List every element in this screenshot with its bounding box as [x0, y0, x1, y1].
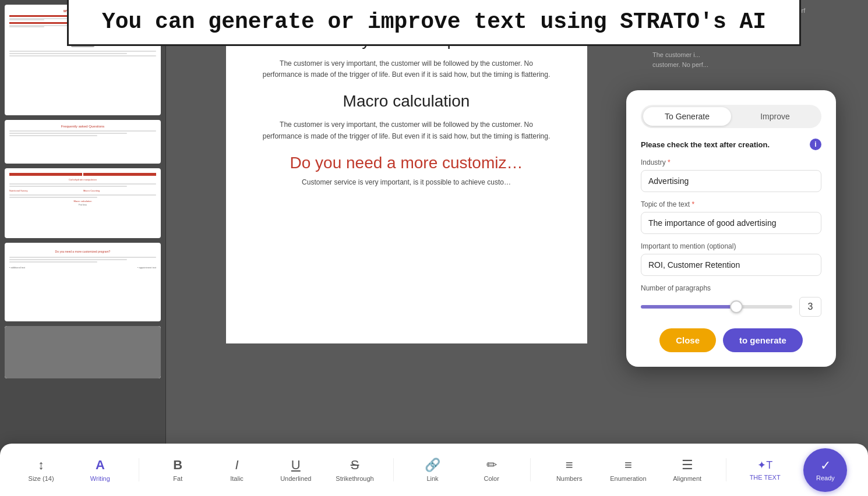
toolbar-the-text[interactable]: ✦T THE TEXT	[744, 459, 785, 481]
topic-input[interactable]	[641, 212, 821, 234]
toolbar-strikethrough[interactable]: S Strikethrough	[334, 458, 375, 482]
page-thumbnail-2[interactable]: Frequently asked Questions	[5, 120, 161, 164]
page-thumbnail-3[interactable]: Carbohydrate manipulation Nutritional Su…	[5, 168, 161, 238]
color-icon: ✏	[486, 458, 497, 473]
fat-label: Fat	[173, 475, 182, 482]
divider-1	[139, 458, 139, 481]
industry-input[interactable]	[641, 170, 821, 192]
topic-label: Topic of the text *	[641, 200, 821, 208]
ready-label: Ready	[816, 474, 835, 481]
tab-generate[interactable]: To Generate	[643, 107, 731, 126]
strikethrough-label: Strikethrough	[336, 475, 373, 482]
page-thumbnail-5[interactable]	[5, 326, 161, 378]
close-button[interactable]: Close	[659, 328, 716, 352]
toolbar-writing[interactable]: A Writing	[80, 458, 121, 482]
ai-panel-tabs: To Generate Improve	[641, 105, 821, 128]
link-label: Link	[426, 475, 438, 482]
color-label: Color	[484, 475, 499, 482]
document-page: condimentum felis vitae efficitur. Sed v…	[226, 0, 587, 343]
tab-improve[interactable]: Improve	[731, 107, 819, 126]
page-thumbnail-4[interactable]: Do you need a more customized program? •…	[5, 243, 161, 321]
underlined-label: Underlined	[280, 475, 311, 482]
mention-input[interactable]	[641, 254, 821, 276]
main-document: condimentum felis vitae efficitur. Sed v…	[166, 0, 647, 496]
writing-icon: A	[96, 458, 105, 473]
mention-label: Important to mention (optional)	[641, 242, 821, 250]
toolbar-underlined[interactable]: U Underlined	[276, 458, 316, 482]
link-icon: 🔗	[425, 458, 440, 473]
strikethrough-icon: S	[351, 458, 359, 473]
ai-panel-buttons: Close to generate	[641, 328, 821, 352]
right-panel-text-2: The customer i... customer. No perf...	[652, 50, 862, 69]
section-title-2: Macro calculation	[261, 92, 552, 111]
size-icon: ↕	[38, 458, 44, 473]
toolbar-color[interactable]: ✏ Color	[471, 458, 512, 482]
slider-thumb[interactable]	[730, 300, 743, 313]
info-icon: i	[810, 139, 821, 150]
slider-value: 3	[799, 297, 821, 317]
red-title: Do you need a more customiz…	[261, 154, 552, 172]
bold-icon: B	[173, 458, 182, 473]
ai-notice: Please check the text after creation. i	[641, 139, 821, 150]
slider-row: 3	[641, 297, 821, 317]
banner-text: You can generate or improve text using S…	[86, 9, 782, 36]
generate-button[interactable]: to generate	[723, 328, 803, 352]
section-paragraph-1: The customer is very important, the cust…	[261, 58, 552, 80]
toolbar-size[interactable]: ↕ Size (14)	[21, 458, 62, 482]
toolbar-numbers[interactable]: ≡ Numbers	[549, 458, 590, 482]
top-banner: You can generate or improve text using S…	[67, 0, 801, 46]
ai-panel: To Generate Improve Please check the tex…	[626, 90, 836, 367]
small-text: Customer service is very important, is i…	[261, 178, 552, 186]
toolbar: ↕ Size (14) A Writing B Fat I Italic U U…	[0, 444, 868, 496]
toolbar-italic[interactable]: I Italic	[217, 458, 257, 482]
toolbar-enumeration[interactable]: ≡ Enumeration	[608, 458, 648, 482]
ready-icon: ✓	[820, 458, 831, 473]
sidebar: MY NAME IS LAEGERE	[0, 0, 166, 496]
ready-button[interactable]: ✓ Ready	[803, 448, 847, 492]
ai-notice-text: Please check the text after creation.	[641, 140, 770, 149]
industry-label: Industry *	[641, 158, 821, 166]
slider-track[interactable]	[641, 305, 792, 309]
numbers-label: Numbers	[556, 475, 583, 482]
enumeration-label: Enumeration	[610, 475, 646, 482]
the-text-label: THE TEXT	[750, 474, 781, 481]
divider-4	[726, 458, 726, 481]
slider-section: Number of paragraphs 3	[641, 284, 821, 317]
alignment-icon: ☰	[682, 458, 693, 473]
italic-label: Italic	[230, 475, 244, 482]
divider-2	[393, 458, 394, 481]
underline-icon: U	[291, 458, 301, 473]
the-text-icon: ✦T	[757, 459, 772, 472]
alignment-label: Alignment	[673, 475, 701, 482]
size-label: Size (14)	[29, 475, 54, 482]
toolbar-link[interactable]: 🔗 Link	[412, 458, 453, 482]
enumeration-icon: ≡	[624, 458, 632, 473]
writing-label: Writing	[90, 475, 110, 482]
numbers-icon: ≡	[566, 458, 573, 473]
paragraphs-label: Number of paragraphs	[641, 284, 821, 292]
toolbar-fat[interactable]: B Fat	[157, 458, 198, 482]
toolbar-alignment[interactable]: ☰ Alignment	[667, 458, 708, 482]
section-paragraph-2: The customer is very important, the cust…	[261, 119, 552, 141]
italic-icon: I	[235, 458, 238, 473]
divider-3	[530, 458, 531, 481]
